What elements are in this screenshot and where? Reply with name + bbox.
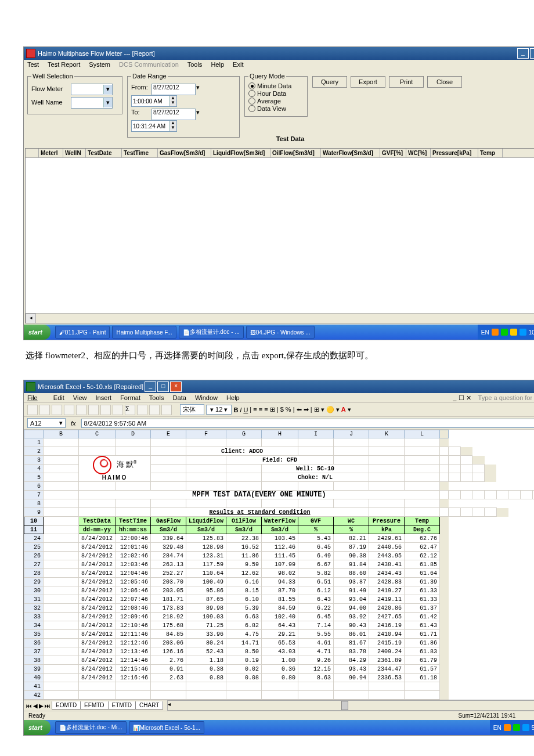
save-icon[interactable] <box>52 405 62 415</box>
menu-view[interactable]: View <box>73 394 87 401</box>
tab-etmtd[interactable]: ETMTD <box>108 701 136 710</box>
undo-icon[interactable] <box>113 405 123 415</box>
print-icon[interactable] <box>64 405 74 415</box>
tray-icon[interactable] <box>501 329 508 336</box>
menu-window[interactable]: Window <box>195 394 218 401</box>
menu-test-report[interactable]: Test Report <box>48 61 80 68</box>
scroll-left-icon[interactable]: ◂ <box>26 314 36 323</box>
tab-nav-last[interactable]: ⏭ <box>45 703 50 709</box>
export-button[interactable]: Export <box>351 76 385 88</box>
date-range-group: Date Range From: 8/27/2012▾ ▲▼ To: 8/27/… <box>127 73 240 138</box>
size-combo[interactable]: ▾ 12 ▾ <box>206 405 232 415</box>
lang-indicator[interactable]: EN <box>481 329 489 336</box>
tab-efmtd[interactable]: EFMTD <box>80 701 108 710</box>
col-testdate: TestDate <box>86 149 122 157</box>
status-ready: Ready <box>28 712 45 719</box>
minute-radio[interactable] <box>248 82 255 89</box>
from-time-input[interactable]: ▲▼ <box>131 95 177 107</box>
tray-icon[interactable] <box>504 724 511 731</box>
col-wc: WC[%] <box>406 149 431 157</box>
name-box[interactable]: A12▾ <box>27 418 66 428</box>
new-icon[interactable] <box>27 405 38 415</box>
well-selection-group: Well Selection Flow Meter ▾ Well Name ▾ <box>27 73 122 114</box>
tray-icon[interactable] <box>510 329 517 336</box>
flow-meter-combo[interactable]: ▾ <box>71 84 113 95</box>
from-date-input[interactable]: 8/27/2012 <box>151 84 196 95</box>
to-date-input[interactable]: 8/27/2012 <box>151 109 196 120</box>
excel-icon <box>26 382 35 391</box>
font-combo[interactable]: 宋体 <box>180 404 204 415</box>
menu-file[interactable]: File <box>27 394 45 401</box>
fx-icon[interactable]: fx <box>67 420 80 427</box>
print-button[interactable]: Print <box>389 76 424 88</box>
tray-icon[interactable] <box>513 724 520 731</box>
sum-icon[interactable]: Σ <box>125 405 135 415</box>
italic-icon[interactable]: I <box>240 406 241 413</box>
tray-icon[interactable] <box>522 724 529 731</box>
task-excel[interactable]: 📊 Microsoft Excel - 5c-1... <box>129 721 204 734</box>
menu-system[interactable]: System <box>89 61 110 68</box>
query-button[interactable]: Query <box>312 76 347 88</box>
task-word[interactable]: 📄 多相流量计.doc - Mi... <box>55 721 127 734</box>
menu-tools[interactable]: Tools <box>149 394 164 401</box>
tab-nav-first[interactable]: ⏮ <box>26 703 32 709</box>
task-haimo[interactable]: Haimo Multiphase F... <box>112 326 176 339</box>
taskbar: start 📄 多相流量计.doc - Mi... 📊 Microsoft Ex… <box>24 720 534 735</box>
hour-radio[interactable] <box>248 90 255 97</box>
start-button[interactable]: start <box>24 720 50 735</box>
menu-tools[interactable]: Tools <box>187 61 203 68</box>
formula-bar[interactable]: 8/24/2012 9:57:50 AM <box>81 419 534 428</box>
to-time-input[interactable]: ▲▼ <box>131 120 177 132</box>
menu-format[interactable]: Format <box>120 394 140 401</box>
help-icon[interactable] <box>161 405 172 415</box>
minimize-button[interactable]: _ <box>145 381 156 392</box>
h-scrollbar[interactable]: ◂ ▸ <box>26 313 534 323</box>
task-photo[interactable]: 🖼 04.JPG - Windows ... <box>246 326 315 339</box>
h-scrollbar[interactable]: ◂▸ <box>167 700 534 711</box>
cut-icon[interactable] <box>76 405 86 415</box>
maximize-button[interactable]: □ <box>530 48 534 59</box>
minimize-button[interactable]: _ <box>517 48 529 59</box>
underline-icon[interactable]: U <box>243 406 248 413</box>
status-bar: Ready Sum=12/4/2131 19:41 NUM <box>24 711 534 720</box>
menu-help[interactable]: Help <box>226 394 240 401</box>
close-button[interactable]: × <box>170 381 182 392</box>
chevron-down-icon: ▾ <box>103 85 112 94</box>
start-button[interactable]: start <box>24 325 50 340</box>
tab-nav-next[interactable]: ▶ <box>39 703 44 709</box>
copy-icon[interactable] <box>88 405 99 415</box>
to-label: To: <box>131 109 150 116</box>
task-word[interactable]: 📄 多相流量计.doc - ... <box>179 326 244 339</box>
well-name-combo[interactable]: ▾ <box>71 97 113 109</box>
titlebar: Haimo Multiphase Flow Meter --- [Report]… <box>24 47 534 60</box>
menu-insert[interactable]: Insert <box>96 394 112 401</box>
tab-eomtd[interactable]: EOMTD <box>52 701 81 710</box>
spreadsheet[interactable]: BCDEFGHIJKL12Client: ADCO3 海 默®HAIMOFiel… <box>24 430 534 700</box>
chart-icon[interactable] <box>149 405 160 415</box>
menu-edit[interactable]: Edit <box>53 394 64 401</box>
menu-data[interactable]: Data <box>173 394 186 401</box>
average-radio[interactable] <box>248 98 255 105</box>
tray-icon[interactable] <box>519 329 526 336</box>
maximize-button[interactable]: □ <box>157 381 169 392</box>
menu-dcs: DCS Communication <box>119 61 179 68</box>
menu-exit[interactable]: Exit <box>233 61 243 68</box>
average-label: Average <box>257 98 281 105</box>
sort-icon[interactable] <box>137 405 147 415</box>
lang-indicator[interactable]: EN <box>493 725 501 731</box>
dataview-label: Data View <box>257 105 286 112</box>
dataview-radio[interactable] <box>248 105 255 112</box>
menu-test[interactable]: Test <box>27 61 39 68</box>
help-search[interactable]: Type a question for help <box>478 394 534 401</box>
open-icon[interactable] <box>39 405 50 415</box>
tab-nav-prev[interactable]: ◀ <box>33 703 38 709</box>
menubar: Test Test Report System DCS Communicatio… <box>24 60 534 69</box>
menu-help[interactable]: Help <box>211 61 224 68</box>
paste-icon[interactable] <box>100 405 111 415</box>
close-button2[interactable]: Close <box>427 76 462 88</box>
task-paint[interactable]: 🖌 011.JPG - Paint <box>55 326 110 339</box>
bold-icon[interactable]: B <box>233 406 238 413</box>
tray-icon[interactable] <box>492 329 499 336</box>
tab-chart[interactable]: CHART <box>135 701 163 710</box>
haimo-app-window: Haimo Multiphase Flow Meter --- [Report]… <box>23 46 534 340</box>
